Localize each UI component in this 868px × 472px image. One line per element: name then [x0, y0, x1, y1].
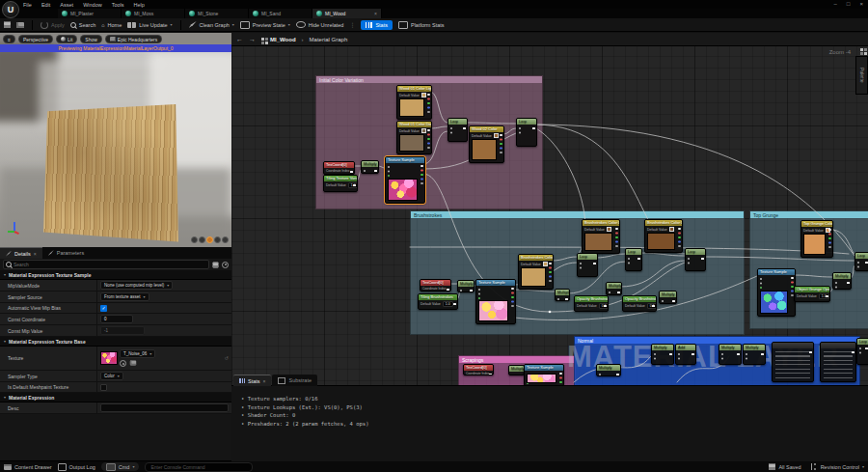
back-icon[interactable]: ←: [236, 36, 243, 42]
sphere-mesh-button[interactable]: [199, 236, 205, 243]
output-pin-icon[interactable]: [489, 374, 491, 375]
graph-node-opacity-brushstrokes-02[interactable]: Opacity Brushstrokes 02Default Value0.5: [622, 295, 657, 312]
apply-button[interactable]: Apply: [41, 21, 65, 29]
input-pins-icon[interactable]: [746, 353, 747, 355]
maximize-button[interactable]: □: [847, 0, 851, 9]
tab-mi-plaster[interactable]: MI_Plaster: [58, 9, 122, 18]
checkbox-automatic-view-mip-bias[interactable]: ✓: [100, 305, 107, 312]
default-value-field[interactable]: 1.0: [443, 301, 453, 307]
graph-node-lerp[interactable]: Lerp: [856, 338, 868, 365]
input-pins-icon[interactable]: [654, 353, 656, 355]
spin-field-const-coordinate[interactable]: 0: [100, 315, 133, 323]
input-pins-icon[interactable]: [760, 278, 762, 280]
menu-asset[interactable]: Asset: [60, 2, 73, 8]
output-pin-icon[interactable]: [692, 353, 693, 355]
menu-help[interactable]: Help: [134, 2, 145, 8]
more-options-icon[interactable]: ⋮: [349, 21, 355, 28]
viewport-menu-button[interactable]: ≡: [3, 35, 15, 43]
graph-node-generic[interactable]: [820, 342, 856, 382]
forward-icon[interactable]: →: [249, 36, 256, 42]
stats-button[interactable]: Stats: [361, 20, 393, 30]
close-icon[interactable]: ×: [263, 378, 266, 384]
reset-icon[interactable]: ↺: [225, 355, 229, 361]
color-swatch[interactable]: [399, 134, 424, 152]
close-icon[interactable]: ×: [34, 251, 37, 257]
graph-node-add[interactable]: Add: [675, 344, 696, 365]
input-pins-icon[interactable]: [580, 263, 582, 264]
tab-mi-wood[interactable]: MI_Wood×: [312, 9, 382, 18]
input-pins-icon[interactable]: [599, 374, 601, 375]
texture-asset-dropdown[interactable]: T_Noise_06▾: [120, 349, 155, 358]
graph-node-multiply[interactable]: Multiply: [743, 344, 766, 365]
cube-mesh-button[interactable]: [214, 236, 221, 243]
menu-file[interactable]: File: [23, 2, 32, 8]
cmd-dropdown[interactable]: Cmd▾: [101, 462, 140, 471]
minimize-button[interactable]: –: [834, 0, 837, 9]
graph-node-texture-sample[interactable]: Texture Sample: [757, 268, 796, 317]
color-chip[interactable]: [543, 262, 548, 266]
texture-thumbnail[interactable]: [100, 351, 118, 364]
input-pins-icon[interactable]: [628, 258, 630, 260]
graph-node-multiply[interactable]: Multiply: [361, 160, 379, 174]
output-pin-icon[interactable]: [637, 258, 639, 260]
graph-node-texture-sample[interactable]: Texture Sample: [385, 156, 425, 204]
menu-edit[interactable]: Edit: [41, 2, 50, 8]
color-chip[interactable]: [494, 133, 499, 138]
grid-snap-icon[interactable]: [860, 48, 863, 51]
graph-node-texcoord-0[interactable]: TexCoord[0]Coordinate Index: [463, 364, 494, 375]
output-pin-icon[interactable]: [865, 262, 867, 264]
graph-node-brushstrokes-color-02[interactable]: Brushstrokes Color 02Default Value: [582, 219, 620, 254]
graph-node-multiply[interactable]: Multiply: [555, 289, 570, 301]
perspective-button[interactable]: Perspective: [18, 35, 53, 43]
tab-mi-sand[interactable]: MI_Sand: [249, 9, 312, 18]
live-update-button[interactable]: Live Update▾: [127, 22, 172, 28]
section-header-material-expression-texture-sample[interactable]: ▾Material Expression Texture Sample: [0, 270, 231, 280]
input-pins-icon[interactable]: [859, 347, 861, 349]
graph-node-wood-01-color-light[interactable]: Wood 01 Color LightDefault Value: [396, 85, 432, 120]
input-pins-icon[interactable]: [835, 282, 837, 284]
output-pin-icon[interactable]: [374, 170, 376, 172]
preview-viewport[interactable]: ≡ Perspective Lit Show Epic Headquarters…: [0, 33, 232, 247]
platform-stats-button[interactable]: Platform Stats: [398, 21, 445, 29]
input-pins-icon[interactable]: [519, 127, 521, 129]
output-pin-icon[interactable]: [593, 263, 595, 264]
graph-node-multiply[interactable]: Multiply: [606, 282, 622, 295]
input-pins-icon[interactable]: [662, 300, 664, 302]
input-pins-icon[interactable]: [688, 258, 690, 260]
input-pins-icon[interactable]: [678, 353, 680, 355]
material-preview-mesh[interactable]: [43, 104, 178, 243]
color-swatch[interactable]: [472, 139, 497, 160]
home-button[interactable]: ⌂Home: [101, 22, 122, 28]
graph-canvas[interactable]: Initial Color VariationBrushstrokesTop G…: [231, 33, 868, 385]
graph-node-lerp[interactable]: Lerp: [577, 253, 598, 277]
graph-node-texture-sample[interactable]: Texture Sample: [475, 279, 516, 324]
graph-node-lerp[interactable]: Lerp: [516, 118, 537, 147]
section-header-material-expression-texture-base[interactable]: ▾Material Expression Texture Base: [0, 337, 231, 347]
output-pin-icon[interactable]: [616, 374, 618, 375]
palette-tab[interactable]: Palette: [855, 56, 868, 95]
text-field-desc[interactable]: [100, 403, 229, 412]
plane-mesh-button[interactable]: [206, 236, 213, 243]
output-pin-icon[interactable]: [470, 290, 472, 292]
input-pins-icon[interactable]: [460, 290, 462, 292]
details-search-input[interactable]: [3, 260, 209, 269]
output-log-button[interactable]: Output Log: [58, 463, 95, 471]
graph-node-top-grunge-color[interactable]: Top Grunge ColorDefault Value: [800, 220, 833, 258]
tab-details[interactable]: Details ×: [0, 247, 42, 259]
color-chip[interactable]: [669, 227, 674, 232]
dropdown-mipvaluemode[interactable]: None (use computed mip level)▾: [100, 281, 173, 290]
graph-node-multiply[interactable]: Multiply: [508, 365, 525, 375]
output-pin-icon[interactable]: [447, 289, 448, 291]
save-icon[interactable]: [4, 21, 11, 28]
color-swatch[interactable]: [399, 98, 424, 117]
menu-window[interactable]: Window: [83, 2, 102, 8]
output-pins-icon[interactable]: [791, 277, 793, 279]
output-pin-icon[interactable]: [565, 298, 567, 300]
search-button[interactable]: Search: [70, 22, 95, 28]
environment-button[interactable]: Epic Headquarters: [105, 35, 162, 43]
graph-node-opacity-brushstrokes-2[interactable]: Opacity Brushstrokes 2Default Value0.5: [574, 295, 609, 312]
custom-mesh-button[interactable]: [222, 236, 229, 243]
color-chip[interactable]: [421, 93, 426, 97]
graph-node-lerp[interactable]: Lerp: [854, 252, 868, 271]
revision-control-button[interactable]: Revision Control▾: [811, 463, 864, 470]
